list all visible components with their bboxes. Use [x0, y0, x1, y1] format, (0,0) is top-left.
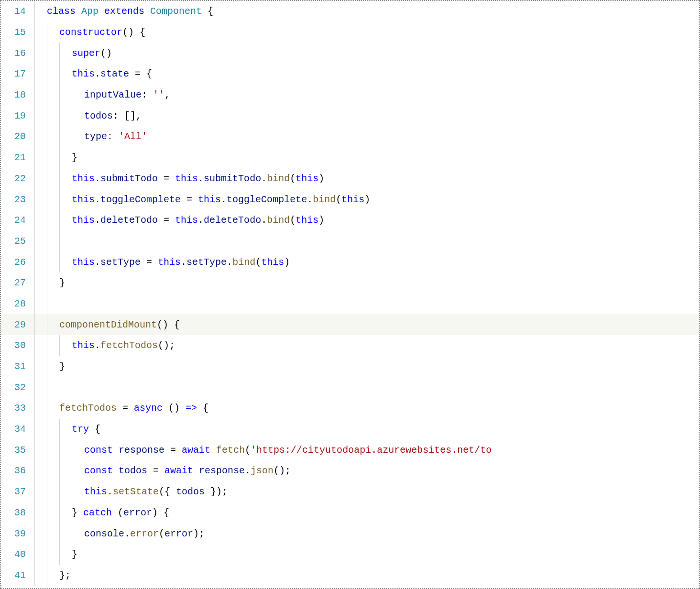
token-plain: =: [158, 215, 175, 226]
indent-guide: [34, 251, 35, 273]
indent-guide: [59, 481, 60, 502]
code-content[interactable]: const response = await fetch('https://ci…: [84, 445, 699, 456]
indent-guides: [34, 43, 72, 64]
code-line[interactable]: 35const response = await fetch('https://…: [1, 439, 699, 460]
indent-guides: [34, 168, 72, 189]
code-line[interactable]: 17this.state = {: [1, 64, 699, 85]
token-punc: .: [95, 215, 100, 226]
code-content[interactable]: const todos = await response.json();: [84, 465, 699, 476]
code-line[interactable]: 32: [1, 377, 699, 398]
code-line[interactable]: 26this.setType = this.setType.bind(this): [1, 251, 699, 273]
token-punc: ): [284, 257, 290, 268]
indent-guide: [34, 439, 35, 460]
code-content[interactable]: this.setType = this.setType.bind(this): [72, 257, 699, 268]
code-content[interactable]: constructor() {: [59, 27, 699, 38]
indent-guide: [59, 168, 60, 189]
code-line[interactable]: 38} catch (error) {: [1, 502, 699, 524]
token-punc: .: [221, 194, 227, 205]
code-content[interactable]: super(): [72, 48, 699, 59]
code-line[interactable]: 24this.deleteTodo = this.deleteTodo.bind…: [1, 210, 699, 231]
code-content[interactable]: try {: [72, 424, 699, 435]
token-kw: this: [175, 173, 198, 184]
indent-guide: [47, 335, 47, 356]
code-content[interactable]: } catch (error) {: [72, 507, 699, 518]
token-punc: .: [261, 173, 267, 184]
code-content[interactable]: this.submitTodo = this.submitTodo.bind(t…: [72, 173, 699, 184]
line-number: 16: [1, 48, 34, 59]
code-content[interactable]: componentDidMount() {: [59, 319, 699, 330]
code-line[interactable]: 21}: [1, 147, 699, 168]
code-content[interactable]: fetchTodos = async () => {: [59, 403, 699, 414]
code-line[interactable]: 22this.submitTodo = this.submitTodo.bind…: [1, 168, 699, 189]
code-content[interactable]: this.state = {: [72, 68, 699, 79]
code-line[interactable]: 20type: 'All': [1, 126, 699, 147]
indent-guide: [72, 523, 72, 544]
code-content[interactable]: }: [72, 549, 699, 560]
code-content[interactable]: };: [59, 570, 699, 581]
indent-guide: [72, 460, 72, 481]
code-line[interactable]: 37this.setState({ todos });: [1, 481, 699, 502]
token-ident: response: [119, 445, 164, 456]
indent-guide: [47, 43, 47, 64]
code-line[interactable]: 30this.fetchTodos();: [1, 335, 699, 356]
code-line[interactable]: 28: [1, 294, 699, 315]
line-number: 40: [1, 549, 34, 560]
token-kw: extends: [104, 6, 150, 17]
indent-guide: [59, 105, 60, 126]
code-content[interactable]: }: [59, 361, 699, 372]
code-line[interactable]: 34try {: [1, 419, 699, 440]
indent-guide: [34, 398, 35, 419]
code-content[interactable]: }: [72, 152, 699, 163]
indent-guide: [47, 481, 47, 502]
token-punc: .: [181, 257, 186, 268]
code-line[interactable]: 39console.error(error);: [1, 523, 699, 544]
indent-guides: [34, 419, 72, 440]
code-line[interactable]: 33fetchTodos = async () => {: [1, 398, 699, 419]
token-punc: () {: [122, 27, 145, 38]
token-punc: .: [95, 68, 100, 79]
code-content[interactable]: inputValue: '',: [84, 89, 699, 100]
indent-guide: [34, 356, 35, 377]
code-content[interactable]: class App extends Component {: [47, 6, 699, 17]
indent-guide: [72, 105, 72, 126]
code-line[interactable]: 29componentDidMount() {: [1, 314, 699, 335]
code-line[interactable]: 36const todos = await response.json();: [1, 460, 699, 481]
token-plain: =: [164, 445, 182, 456]
code-line[interactable]: 16super(): [1, 43, 699, 64]
token-punc: }: [72, 152, 77, 163]
token-punc: :: [142, 89, 153, 100]
token-ident: console: [84, 528, 124, 539]
code-content[interactable]: this.setState({ todos });: [84, 486, 699, 497]
token-ident: error: [123, 507, 152, 518]
code-line[interactable]: 40}: [1, 544, 699, 565]
code-line[interactable]: 27}: [1, 273, 699, 294]
indent-guide: [47, 356, 47, 377]
code-content[interactable]: console.error(error);: [84, 528, 699, 539]
indent-guides: [34, 523, 84, 544]
code-line[interactable]: 15constructor() {: [1, 22, 699, 43]
code-content[interactable]: type: 'All': [84, 131, 699, 142]
code-content[interactable]: this.deleteTodo = this.deleteTodo.bind(t…: [72, 215, 699, 226]
code-line[interactable]: 23this.toggleComplete = this.toggleCompl…: [1, 189, 699, 210]
token-punc: {: [197, 403, 208, 414]
code-line[interactable]: 19todos: [],: [1, 105, 699, 126]
code-editor[interactable]: 14class App extends Component {15constru…: [1, 1, 699, 588]
code-line[interactable]: 31}: [1, 356, 699, 377]
code-line[interactable]: 18inputValue: '',: [1, 85, 699, 106]
indent-guide: [47, 147, 47, 168]
indent-guide: [47, 419, 47, 440]
code-line[interactable]: 14class App extends Component {: [1, 1, 699, 22]
token-ident: setType: [186, 257, 227, 268]
code-content[interactable]: this.fetchTodos();: [72, 340, 699, 351]
code-content[interactable]: todos: [],: [84, 110, 699, 121]
indent-guide: [47, 189, 47, 210]
code-line[interactable]: 41};: [1, 565, 699, 586]
code-content[interactable]: }: [59, 277, 699, 288]
token-kw: class: [47, 6, 81, 17]
token-punc: });: [205, 486, 228, 497]
code-line[interactable]: 25: [1, 231, 699, 252]
code-content[interactable]: this.toggleComplete = this.toggleComplet…: [72, 194, 699, 205]
token-ident: deleteTodo: [204, 215, 261, 226]
line-number: 25: [1, 236, 34, 247]
token-punc: ,: [164, 89, 170, 100]
